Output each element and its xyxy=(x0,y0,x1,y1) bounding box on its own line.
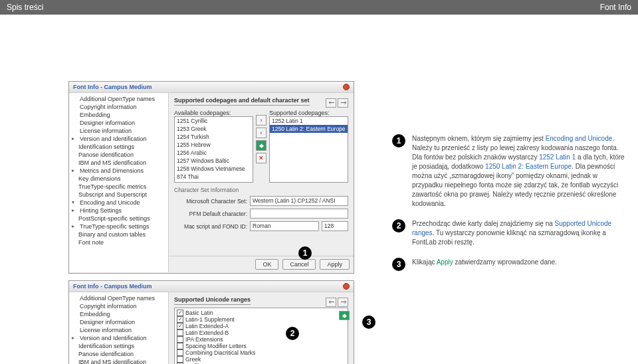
tree-item[interactable]: Panose identification xyxy=(70,151,167,159)
tree-item[interactable]: PostScript-specific settings xyxy=(70,215,167,223)
list-item[interactable]: 1257 Windows Baltic xyxy=(175,157,253,165)
callout-text-3: Klikając Apply zatwierdzamy wprowadzone … xyxy=(412,258,557,271)
ms-charset-label: Microsoft Character Set: xyxy=(174,198,247,205)
tree-item[interactable]: License information xyxy=(70,326,167,334)
dialog-titlebar: Font Info - Campus Medium xyxy=(69,82,354,93)
tree-item[interactable]: Identification settings xyxy=(70,342,167,350)
list-item[interactable]: 1255 Hebrew xyxy=(175,141,253,149)
list-item[interactable]: Latin-1 Supplement xyxy=(176,316,346,323)
list-item[interactable]: 1254 Turkish xyxy=(175,133,253,141)
list-item-label: Greek xyxy=(185,356,201,363)
auto-detect-button[interactable]: ◆ xyxy=(339,311,350,320)
tree-item[interactable]: Embedding xyxy=(70,310,167,318)
tree-item[interactable]: Encoding and Unicode xyxy=(70,199,167,207)
font-info-dialog-1: Font Info - Campus Medium Additional Ope… xyxy=(68,81,354,274)
checkbox[interactable] xyxy=(177,336,183,343)
tree-item[interactable]: TrueType-specific settings xyxy=(70,223,167,230)
next-panel-button[interactable]: 🡒 xyxy=(338,98,348,108)
checkbox[interactable] xyxy=(177,356,183,363)
list-item-label: Latin-1 Supplement xyxy=(185,316,235,323)
checkbox[interactable] xyxy=(177,329,183,336)
charset-info-heading: Character Set Information xyxy=(174,187,348,193)
available-codepages-list[interactable]: 1251 Cyrillic1253 Greek1254 Turkish1255 … xyxy=(174,116,253,183)
callout-marker-1: 1 xyxy=(298,246,312,260)
list-item[interactable]: 1252 Latin 1 xyxy=(270,117,348,125)
tree-item[interactable]: Version and Identification xyxy=(70,135,167,143)
prev-panel-button[interactable]: 🡐 xyxy=(326,298,336,307)
prev-panel-button[interactable]: 🡐 xyxy=(326,98,336,108)
list-item[interactable]: IPA Extensions xyxy=(176,336,346,343)
topbar: Spis treści Font Info xyxy=(0,0,638,15)
callout-text-2: Przechodząc dwie karty dalej znajdziemy … xyxy=(412,219,625,247)
close-icon[interactable] xyxy=(343,283,350,290)
callouts: 1 Następnym oknem, którym się zajmiemy j… xyxy=(392,134,625,282)
available-label: Available codepages: xyxy=(174,110,253,116)
list-item[interactable]: 1258 Windows Vietnamese xyxy=(175,165,253,173)
apply-button[interactable]: Apply xyxy=(320,259,350,270)
list-item[interactable]: Latin Extended-B xyxy=(176,329,346,336)
list-item[interactable]: 1256 Arabic xyxy=(175,149,253,157)
tree-item[interactable]: Panose identification xyxy=(70,350,167,358)
list-item[interactable]: Spacing Modifier Letters xyxy=(176,343,346,349)
tree-item[interactable]: Embedding xyxy=(70,111,167,119)
list-item-label: Latin Extended-A xyxy=(185,323,229,329)
tree-item[interactable]: IBM and MS identification xyxy=(70,358,167,364)
panel-heading: Supported Unicode ranges xyxy=(174,296,251,305)
add-button[interactable]: › xyxy=(256,115,266,126)
tree-item[interactable]: Subscript and Superscript xyxy=(70,191,167,199)
list-item[interactable]: Combining Diacritical Marks xyxy=(176,349,346,356)
checkbox[interactable] xyxy=(177,316,183,323)
list-item[interactable]: 1251 Cyrillic xyxy=(175,117,253,125)
tree-item[interactable]: Binary and custom tables xyxy=(70,230,167,238)
cancel-button[interactable]: Cancel xyxy=(282,259,316,270)
transfer-buttons: › ‹ ◆ ✕ xyxy=(256,110,266,183)
tree-item[interactable]: Copyright information xyxy=(70,302,167,310)
close-icon[interactable] xyxy=(343,84,350,90)
list-item-label: Basic Latin xyxy=(185,310,213,316)
tree-item[interactable]: Key dimensions xyxy=(70,175,167,183)
list-item-label: IPA Extensions xyxy=(185,336,223,343)
tree-item[interactable]: Copyright information xyxy=(70,103,167,111)
checkbox[interactable] xyxy=(177,343,183,349)
tree-item[interactable]: Additional OpenType names xyxy=(70,294,167,302)
tree-item[interactable]: Additional OpenType names xyxy=(70,95,167,103)
tree-item[interactable]: License information xyxy=(70,127,167,135)
supported-codepages-list[interactable]: 1252 Latin 11250 Latin 2: Eastern Europe xyxy=(269,116,348,183)
tree-item[interactable]: TrueType-specific metrics xyxy=(70,183,167,191)
list-item[interactable]: Latin Extended-A xyxy=(176,323,346,329)
fond-id-input[interactable]: 128 xyxy=(322,221,348,231)
ok-button[interactable]: OK xyxy=(255,259,278,270)
remove-button[interactable]: ‹ xyxy=(256,128,266,138)
list-item[interactable]: Greek xyxy=(176,356,346,363)
mac-script-label: Mac script and FOND ID: xyxy=(174,223,247,230)
unicode-ranges-list[interactable]: Basic LatinLatin-1 SupplementLatin Exten… xyxy=(174,308,348,364)
unicode-panel: Supported Unicode ranges 🡐 🡒 ◆ Basic Lat… xyxy=(169,292,354,364)
list-item-label: Latin Extended-B xyxy=(185,329,229,336)
tree-item[interactable]: Identification settings xyxy=(70,143,167,151)
nav-tree[interactable]: Additional OpenType namesCopyright infor… xyxy=(69,93,169,272)
tree-item[interactable]: IBM and MS identification xyxy=(70,159,167,167)
next-panel-button[interactable]: 🡒 xyxy=(338,298,348,307)
mac-script-select[interactable]: Roman xyxy=(250,221,319,231)
tree-item[interactable]: Version and Identification xyxy=(70,334,167,342)
tree-item[interactable]: Hinting Settings xyxy=(70,207,167,215)
nav-tree[interactable]: Additional OpenType namesCopyright infor… xyxy=(69,292,169,364)
clear-button[interactable]: ✕ xyxy=(256,153,266,163)
tree-item[interactable]: Metrics and Dimensions xyxy=(70,167,167,175)
list-item[interactable]: 932 JIS/Japan xyxy=(175,181,253,183)
checkbox[interactable] xyxy=(177,323,183,329)
auto-detect-button[interactable]: ◆ xyxy=(256,140,266,151)
dialog-titlebar: Font Info - Campus Medium xyxy=(69,281,354,292)
list-item-label: Combining Diacritical Marks xyxy=(185,349,255,356)
pfm-input[interactable] xyxy=(250,209,348,219)
checkbox[interactable] xyxy=(177,310,183,316)
ms-charset-select[interactable]: Western (Latin 1) CP1252 / ANSI xyxy=(250,196,348,206)
list-item[interactable]: 1250 Latin 2: Eastern Europe xyxy=(270,125,348,133)
list-item[interactable]: 1253 Greek xyxy=(175,125,253,133)
tree-item[interactable]: Designer information xyxy=(70,119,167,127)
tree-item[interactable]: Font note xyxy=(70,238,167,246)
checkbox[interactable] xyxy=(177,349,183,356)
list-item[interactable]: Basic Latin xyxy=(176,310,346,316)
list-item[interactable]: 874 Thai xyxy=(175,173,253,181)
tree-item[interactable]: Designer information xyxy=(70,318,167,326)
